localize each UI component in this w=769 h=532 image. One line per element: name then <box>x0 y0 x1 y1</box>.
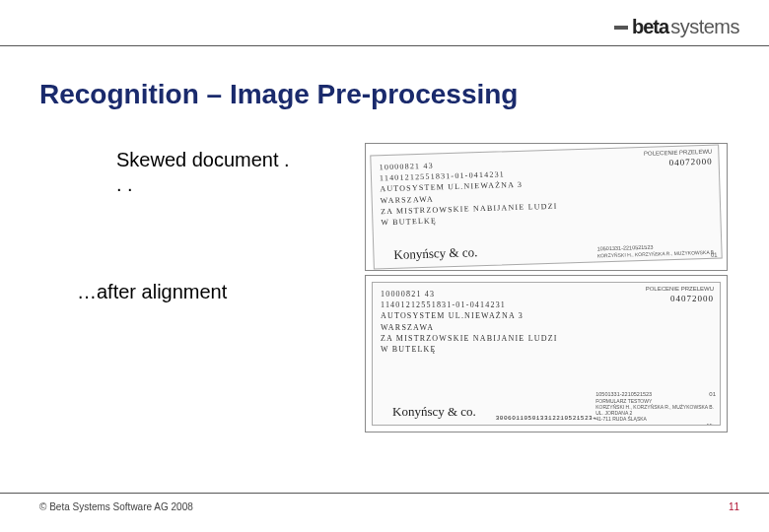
hw-line: ZA MISTRZOWSKIE NABIJANIE LUDZI <box>381 333 712 344</box>
side-num: 01 <box>709 391 716 398</box>
brand-logo: betasystems <box>614 16 739 38</box>
micr-line: 300601105013312210521523+ <box>496 415 597 423</box>
logo-text-bold: beta <box>632 16 668 38</box>
side-num: 01 <box>711 252 718 259</box>
form-header-right: POLECENIE PRZELEWU 04072000 <box>644 149 713 170</box>
slide-title: Recognition – Image Pre-processing <box>39 79 518 110</box>
form-header-number: 04072000 <box>644 156 713 169</box>
page-number: 11 <box>729 501 739 512</box>
document-image-skewed: POLECENIE PRZELEWU 04072000 10000821 43 … <box>365 143 728 271</box>
hw-line: W BUTELKĘ <box>381 344 712 355</box>
form-aligned: POLECENIE PRZELEWU 04072000 10000821 43 … <box>372 282 721 426</box>
hw-line: WARSZAWA <box>381 322 712 333</box>
side-num2: 41> <box>706 423 716 426</box>
copyright-text: © Beta Systems Software AG 2008 <box>39 501 193 512</box>
caption-skewed: Skewed document . . . <box>116 148 294 197</box>
signature: Konyńscy & co. <box>392 403 476 421</box>
form-header-label: POLECENIE PRZELEWU <box>646 286 714 294</box>
logo-dash-icon <box>614 26 628 30</box>
caption-aligned: …after alignment <box>77 281 227 303</box>
form-header-number: 04072000 <box>646 294 714 305</box>
document-image-aligned: POLECENIE PRZELEWU 04072000 10000821 43 … <box>365 275 728 432</box>
header-divider <box>0 45 769 46</box>
signature: Konyńscy & co. <box>393 243 477 264</box>
form-header-right: POLECENIE PRZELEWU 04072000 <box>646 286 714 304</box>
form-small-print: 10501331-2210521523 KORZYŃSKI H., KORZYŃ… <box>597 242 716 258</box>
slide-footer: © Beta Systems Software AG 2008 11 <box>0 493 769 512</box>
barcode-text: 10501331-2210521523 <box>595 391 714 398</box>
form-skewed: POLECENIE PRZELEWU 04072000 10000821 43 … <box>370 144 722 269</box>
small-line: 41-711 RUDA ŚLĄSKA <box>595 416 714 422</box>
logo-text-light: systems <box>670 16 739 38</box>
form-small-print: 10501331-2210521523 FORMULARZ TESTOWY KO… <box>595 391 714 422</box>
hw-line: AUTOSYSTEM UL.NIEWAŻNA 3 <box>381 310 712 321</box>
